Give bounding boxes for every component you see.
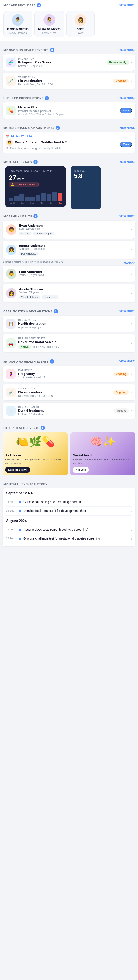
declaration-label: DECLARATION xyxy=(18,318,128,321)
declaration-title: Health declaration xyxy=(18,321,128,325)
prevention-chevron-icon: › xyxy=(131,60,132,65)
warning-icon: ⚠️ xyxy=(11,183,14,186)
certificates-view-more[interactable]: VIEW MORE xyxy=(119,310,135,313)
history-item-sep13[interactable]: 13 Sep Genetic counseling and screening … xyxy=(6,498,132,507)
sick-leave-image: 🍋🌿💊 xyxy=(3,432,68,451)
ongoing-events2-header: MY ONGOING HEALTH EVENTS 2 VIEW MORE xyxy=(0,356,138,366)
tag-hypertens: Hypertens... xyxy=(41,295,59,299)
health-goals-view-more[interactable]: VIEW MORE xyxy=(119,161,135,164)
health-goals-title: MY HEALTH GOALS xyxy=(3,161,32,164)
maternity-label: MATERNITY xyxy=(18,369,111,371)
sick-leave-desc: If you've fallen ill, notify your doctor… xyxy=(5,458,65,465)
member-amelia[interactable]: 👩 Amelia Treiman Mother · 72 years old T… xyxy=(3,284,135,302)
history-dot-sep06 xyxy=(19,510,21,512)
provider-card-martin[interactable]: 👨‍⚕️ Martin Bergman Family Physician xyxy=(3,11,32,37)
shared-manage-button[interactable]: MANAGE xyxy=(124,262,135,265)
other-events-header: OTHER HEALTH EVENTS 5 xyxy=(0,423,138,432)
family-health-view-more[interactable]: VIEW MORE xyxy=(119,215,135,218)
history-item-aug16[interactable]: 16 Aug Glucose challenge test for gestat… xyxy=(6,535,132,543)
other-events-title: OTHER HEALTH EVENTS xyxy=(3,426,40,430)
goals-list: Body Mass Index | Goal 18.5–24.9 27 kg/m… xyxy=(0,166,138,209)
vaccination-title: Flu vaccination xyxy=(18,79,111,83)
ongoing-events-view-more[interactable]: VIEW MORE xyxy=(119,48,135,51)
member-name-emma: Emma Anderson xyxy=(19,244,128,247)
dental-chevron-icon: › xyxy=(131,409,132,413)
history-date-sep13: 13 Sep xyxy=(6,500,17,503)
certificates-header: CERTIFICATES & DECLARATIONS 3 VIEW MORE xyxy=(0,306,138,315)
referral-view-button[interactable]: View xyxy=(120,142,132,147)
pregnancy-card[interactable]: 🤰 MATERNITY Pregnancy 2nd trimester - we… xyxy=(3,366,135,382)
prescription-card[interactable]: 💊 MaternaPlus Prenatal vitamin supplemen… xyxy=(3,102,135,119)
history-month-sep: September 2024 xyxy=(6,491,132,495)
emma-chevron-icon: › xyxy=(131,247,132,252)
care-providers-header: MY CARE PROVIDERS 4 VIEW MORE xyxy=(0,0,138,10)
referral-doctor: Dr. Martin Bergman, Evergreen Family Hea… xyxy=(6,147,70,150)
blood-label: Blood C... xyxy=(74,169,97,172)
dental-card[interactable]: 🦷 DENTAL HEALTH Dental treatment Last vi… xyxy=(3,402,135,419)
certificates-badge: 3 xyxy=(54,309,58,313)
history-item-sep06[interactable]: 06 Sep Detailed fetal ultrasound for dev… xyxy=(6,507,132,515)
health-goals-header: MY HEALTH GOALS 4 VIEW MORE xyxy=(0,157,138,166)
care-providers-view-more[interactable]: VIEW MORE xyxy=(119,4,135,7)
care-providers-title: MY CARE PROVIDERS xyxy=(3,4,35,7)
referral-card[interactable]: 📅 Fri, Sep 27, 13:30 👧 Emma Anderson Tod… xyxy=(3,132,135,153)
avatar-amelia: 👩 xyxy=(6,288,16,299)
history-item-aug23[interactable]: 23 Aug Routine blood tests (CBC, blood t… xyxy=(6,525,132,535)
prescription-view-button[interactable]: View xyxy=(120,108,132,113)
family-health-title: MY FAMILY HEALTH xyxy=(3,215,32,218)
declaration-icon: 📋 xyxy=(6,319,16,329)
dental-icon: 🦷 xyxy=(6,406,16,415)
vaccination2-subtitle: Next visit: Mon, Sep 23, 10:30 xyxy=(18,395,111,398)
providers-list: 👨‍⚕️ Martin Bergman Family Physician 👩‍⚕… xyxy=(0,10,138,39)
member-evan[interactable]: 👦 Evan Anderson Son · 12 years old Asthm… xyxy=(3,221,135,239)
promo-grid: 🍋🌿💊 Sick leave If you've fallen ill, not… xyxy=(0,432,138,476)
provider-name-karen: Karen xyxy=(76,27,84,30)
member-emma[interactable]: 👧 Emma Anderson Daughter · 2 years old D… xyxy=(3,241,135,259)
prescription-name: MaternaPlus xyxy=(18,105,117,109)
evan-tags: Asthma Peanut allergies xyxy=(19,232,128,235)
avatar-martin: 👨‍⚕️ xyxy=(12,14,24,26)
prevention-subtitle: Started 13 Sep 2024 xyxy=(18,65,104,67)
member-meta-amelia: Mother · 72 years old xyxy=(19,291,128,294)
bmi-alert: ⚠️ Requires monitoring xyxy=(9,182,38,187)
maternity-icon: 🤰 xyxy=(6,369,16,379)
prevention-card[interactable]: 🧬 PREVENTION Polygenic Risk Score Starte… xyxy=(3,54,135,70)
family-health-badge: 4 xyxy=(33,214,38,218)
provider-role-karen: Gym xyxy=(78,32,83,34)
referral-type: Toddler Health C... xyxy=(41,140,70,144)
vaccination-card[interactable]: 💉 VACCINATION Flu vaccination Next visit… xyxy=(3,73,135,89)
dental-title: Dental treatment xyxy=(18,409,111,412)
provider-card-karen[interactable]: 👩 Karen Gym xyxy=(67,11,95,37)
tag-asthma: Asthma xyxy=(19,232,31,235)
amelia-chevron-icon: › xyxy=(131,291,132,296)
member-paul[interactable]: 👨 Paul Anderson Partner · 39 years old › xyxy=(3,266,135,282)
referrals-view-more[interactable]: VIEW MORE xyxy=(119,126,135,129)
sick-leave-button[interactable]: Start sick leave xyxy=(5,467,30,473)
mental-health-button[interactable]: Activate xyxy=(73,467,89,473)
certificate-card[interactable]: 🚗 HEALTH CERTIFICATE Driver of a motor v… xyxy=(3,334,135,352)
provider-card-elisabeth[interactable]: 👩‍⚕️ Elisabeth Larsen Family Nurse xyxy=(34,11,64,37)
provider-name-martin: Martin Bergman xyxy=(7,27,29,30)
referral-date: 📅 Fri, Sep 27, 13:30 xyxy=(6,135,132,138)
shared-people-title: People who shared their data with you xyxy=(3,261,65,264)
referral-person: Emma Anderson xyxy=(15,140,40,144)
vaccination2-badge: Ongoing xyxy=(113,390,129,395)
certificate-chevron-icon: › xyxy=(131,341,132,345)
history-header: MY HEALTH EVENTS HISTORY xyxy=(0,479,138,488)
vaccination2-card[interactable]: 💉 VACCINATION Flu vaccination Next visit… xyxy=(3,384,135,400)
avatar-emma: 👧 xyxy=(6,245,16,255)
history-date-aug16: 16 Aug xyxy=(6,536,17,540)
blood-goal-card[interactable]: Blood C... 5.8 xyxy=(70,166,101,209)
dental-subtitle: Last visit 17 Mar 2024 xyxy=(18,413,111,416)
declaration-chevron-icon: › xyxy=(131,321,132,326)
prescriptions-view-more[interactable]: VIEW MORE xyxy=(119,97,135,100)
bmi-goal-card[interactable]: Body Mass Index | Goal 18.5–24.9 27 kg/m… xyxy=(5,166,66,207)
bmi-chart-labels: Nov 23 Jan Mar May Jul Sep xyxy=(9,202,62,204)
declaration-card[interactable]: 📋 DECLARATION Health declaration Applica… xyxy=(3,315,135,332)
history-dot-sep13 xyxy=(19,501,21,503)
member-name-paul: Paul Anderson xyxy=(19,270,128,274)
ongoing-events2-view-more[interactable]: VIEW MORE xyxy=(119,360,135,363)
prescriptions-section: UNFILLED PRESCRIPTIONS 1 VIEW MORE 💊 Mat… xyxy=(0,91,138,119)
referrals-badge: 1 xyxy=(56,126,60,130)
tag-peanut: Peanut allergies xyxy=(33,232,54,235)
